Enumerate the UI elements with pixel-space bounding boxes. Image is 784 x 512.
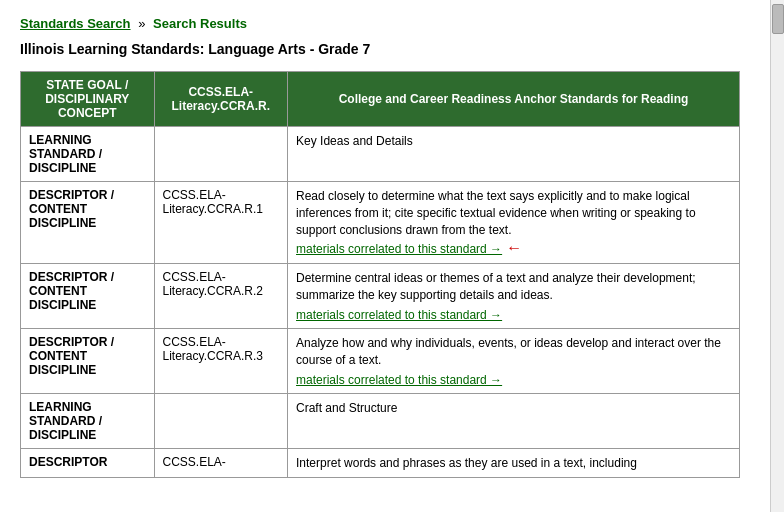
row2-col3: Read closely to determine what the text … <box>288 182 740 264</box>
scrollbar-thumb[interactable] <box>772 4 784 34</box>
row5-col1: LEARNING STANDARD / DISCIPLINE <box>21 393 155 448</box>
row6-col1: DESCRIPTOR <box>21 448 155 478</box>
breadcrumb-separator: » <box>138 16 145 31</box>
standards-search-link[interactable]: Standards Search <box>20 16 131 31</box>
page-title: Illinois Learning Standards: Language Ar… <box>20 41 740 57</box>
descriptor-label: DESCRIPTOR / CONTENT DISCIPLINE <box>29 188 114 230</box>
row4-col2: CCSS.ELA-Literacy.CCRA.R.3 <box>154 328 288 393</box>
row3-col2: CCSS.ELA-Literacy.CCRA.R.2 <box>154 264 288 329</box>
learning-standard-label: LEARNING STANDARD / DISCIPLINE <box>29 133 102 175</box>
row3-col1: DESCRIPTOR / CONTENT DISCIPLINE <box>21 264 155 329</box>
row4-col3: Analyze how and why individuals, events,… <box>288 328 740 393</box>
row6-col2: CCSS.ELA- <box>154 448 288 478</box>
header-state-goal: STATE GOAL / DISCIPLINARY CONCEPT <box>21 72 155 127</box>
row5-col2 <box>154 393 288 448</box>
arrow-indicator: ← <box>506 239 522 256</box>
materials-link-r3[interactable]: materials correlated to this standard → <box>296 373 502 387</box>
row5-col3: Craft and Structure <box>288 393 740 448</box>
row3-col3: Determine central ideas or themes of a t… <box>288 264 740 329</box>
row6-col3: Interpret words and phrases as they are … <box>288 448 740 478</box>
row2-col1: DESCRIPTOR / CONTENT DISCIPLINE <box>21 182 155 264</box>
breadcrumb: Standards Search » Search Results <box>20 16 740 31</box>
materials-link-r1[interactable]: materials correlated to this standard → <box>296 242 502 256</box>
descriptor-label: DESCRIPTOR <box>29 455 107 469</box>
breadcrumb-current: Search Results <box>153 16 247 31</box>
learning-standard-label: LEARNING STANDARD / DISCIPLINE <box>29 400 102 442</box>
table-row: LEARNING STANDARD / DISCIPLINE Key Ideas… <box>21 127 740 182</box>
row1-col1: LEARNING STANDARD / DISCIPLINE <box>21 127 155 182</box>
descriptor-label: DESCRIPTOR / CONTENT DISCIPLINE <box>29 270 114 312</box>
table-row: DESCRIPTOR / CONTENT DISCIPLINE CCSS.ELA… <box>21 264 740 329</box>
row2-col2: CCSS.ELA-Literacy.CCRA.R.1 <box>154 182 288 264</box>
descriptor-label: DESCRIPTOR / CONTENT DISCIPLINE <box>29 335 114 377</box>
table-header-row: STATE GOAL / DISCIPLINARY CONCEPT CCSS.E… <box>21 72 740 127</box>
header-ccss: CCSS.ELA-Literacy.CCRA.R. <box>154 72 288 127</box>
scrollbar[interactable] <box>770 0 784 512</box>
materials-link-r2[interactable]: materials correlated to this standard → <box>296 308 502 322</box>
header-description: College and Career Readiness Anchor Stan… <box>288 72 740 127</box>
row4-col1: DESCRIPTOR / CONTENT DISCIPLINE <box>21 328 155 393</box>
row1-col2 <box>154 127 288 182</box>
table-row: DESCRIPTOR / CONTENT DISCIPLINE CCSS.ELA… <box>21 328 740 393</box>
table-row: DESCRIPTOR / CONTENT DISCIPLINE CCSS.ELA… <box>21 182 740 264</box>
standards-table: STATE GOAL / DISCIPLINARY CONCEPT CCSS.E… <box>20 71 740 478</box>
row1-col3: Key Ideas and Details <box>288 127 740 182</box>
table-row: LEARNING STANDARD / DISCIPLINE Craft and… <box>21 393 740 448</box>
table-row: DESCRIPTOR CCSS.ELA- Interpret words and… <box>21 448 740 478</box>
